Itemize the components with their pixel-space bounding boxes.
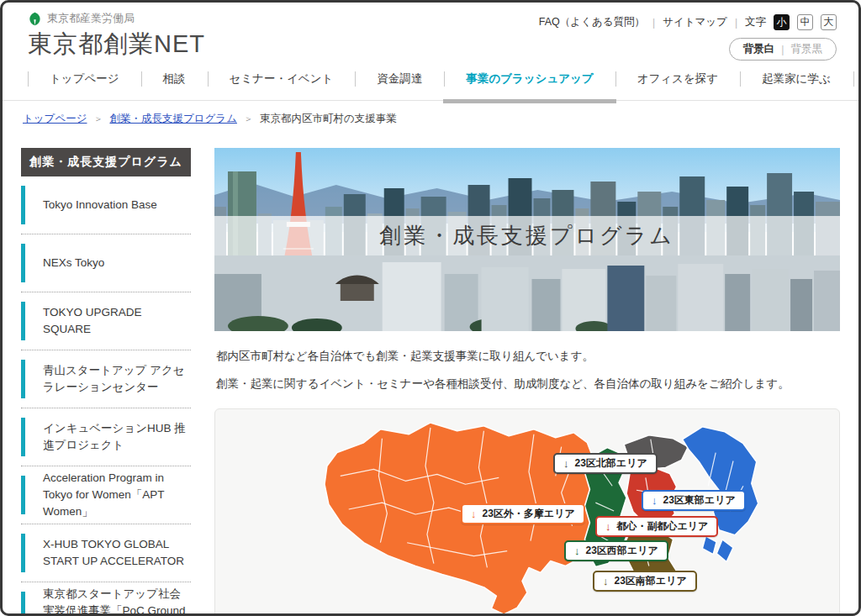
down-arrow-icon: ↓ — [563, 457, 569, 470]
nav-item-brushup-label: 事業のブラッシュアップ — [466, 72, 593, 85]
hero-title: 創業・成長支援プログラム — [379, 223, 673, 248]
site-logo[interactable]: 東京都産業労働局 東京都創業NET — [28, 11, 205, 61]
sidebar-item-incubation-hub[interactable]: インキュベーションHUB 推進プロジェクト — [21, 408, 191, 466]
agency-row: 東京都産業労働局 — [28, 11, 205, 26]
nav-item-seminar[interactable]: セミナー・イベント — [208, 66, 356, 92]
sidebar-item-x-hub-tokyo[interactable]: X-HUB TOKYO GLOBAL START UP ACCELERATOR — [21, 524, 191, 582]
down-arrow-icon: ↓ — [574, 545, 580, 557]
font-size-small-button[interactable]: 小 — [774, 14, 790, 30]
down-arrow-icon: ↓ — [603, 575, 609, 587]
sidebar-item-tokyo-innovation-base[interactable]: Tokyo Innovation Base — [21, 176, 191, 234]
sidebar-item-apt-women[interactable]: Acceleration Program in Tokyo for Women「… — [21, 466, 191, 524]
background-toggle: 背景白 | 背景黒 — [729, 38, 837, 61]
sidebar-item-tokyo-upgrade-square[interactable]: TOKYO UPGRADE SQUARE — [21, 292, 191, 350]
breadcrumb-link-top[interactable]: トップページ — [23, 112, 87, 126]
main-column: 創業・成長支援プログラム — [214, 148, 840, 616]
map-label-east[interactable]: ↓ 23区東部エリア — [642, 490, 746, 511]
global-nav-list: トップページ 相談 セミナー・イベント 資金調達 事業のブラッシュアップ オフィ… — [3, 66, 858, 101]
sidebar-list: Tokyo Innovation Base NEXs Tokyo TOKYO U… — [21, 176, 191, 616]
content-area: 創業・成長支援プログラム Tokyo Innovation Base NEXs … — [3, 148, 858, 616]
sidebar-item-aoyama-accelerator[interactable]: 青山スタートアップ アクセラレーションセンター — [21, 350, 191, 408]
browser-frame: 東京都産業労働局 東京都創業NET FAQ（よくある質問） | サイトマップ |… — [0, 0, 861, 616]
global-nav: トップページ 相談 セミナー・イベント 資金調達 事業のブラッシュアップ オフィ… — [3, 66, 858, 101]
intro-line-1: 都内区市町村など各自治体でも創業・起業支援事業に取り組んでいます。 — [216, 346, 838, 366]
site-title[interactable]: 東京都創業NET — [28, 28, 205, 61]
map-label-north[interactable]: ↓ 23区北部エリア — [553, 453, 658, 474]
map-label-text: 23区北部エリア — [575, 456, 647, 471]
font-size-large-button[interactable]: 大 — [821, 14, 837, 30]
sidebar-item-nexs-tokyo[interactable]: NEXs Tokyo — [21, 234, 191, 292]
breadcrumb-separator: ＞ — [93, 113, 103, 125]
nav-item-funding[interactable]: 資金調達 — [355, 66, 444, 92]
map-region-east-island1[interactable] — [702, 535, 716, 554]
nav-item-brushup-active[interactable]: 事業のブラッシュアップ — [444, 66, 615, 92]
utility-separator: | — [652, 17, 655, 29]
font-size-medium-button[interactable]: 中 — [797, 14, 813, 30]
hero-image: 創業・成長支援プログラム — [214, 148, 840, 331]
sidebar-item-poc-ground-tokyo[interactable]: 東京都スタートアップ社会実装促進事業「PoC Ground Tokyo」 — [21, 582, 191, 616]
background-white-button[interactable]: 背景白 — [743, 42, 775, 56]
map-region-east-island2[interactable] — [716, 539, 733, 561]
sidebar-item-label: NEXs Tokyo — [43, 255, 108, 271]
down-arrow-icon: ↓ — [605, 520, 611, 533]
toggle-separator: | — [781, 44, 784, 55]
hero-skyline-illustration: 創業・成長支援プログラム — [214, 148, 840, 331]
sidebar-item-label: Acceleration Program in Tokyo for Women「… — [43, 470, 191, 521]
map-label-south[interactable]: ↓ 23区南部エリア — [593, 571, 697, 592]
sidebar-item-label: インキュベーションHUB 推進プロジェクト — [43, 420, 191, 455]
map-label-text: 23区南部エリア — [615, 574, 687, 588]
agency-name: 東京都産業労働局 — [47, 11, 135, 26]
intro-text: 都内区市町村など各自治体でも創業・起業支援事業に取り組んでいます。 創業・起業に… — [216, 346, 838, 395]
tokyo-area-map: ↓ 23区北部エリア ↓ 23区東部エリア ↓ 23区外・多摩エリア ↓ 都心・… — [214, 408, 840, 616]
faq-link[interactable]: FAQ（よくある質問） — [539, 15, 645, 29]
sidebar-title: 創業・成長支援プログラム — [21, 148, 191, 176]
sidebar-item-label: 東京都スタートアップ社会実装促進事業「PoC Ground Tokyo」 — [43, 586, 191, 616]
utility-separator: | — [735, 17, 737, 29]
intro-line-2: 創業・起業に関するイベント・セミナーや各種相談受付、助成制度など、各自治体の取り… — [216, 374, 838, 394]
down-arrow-icon: ↓ — [471, 508, 477, 520]
breadcrumb-current: 東京都内区市町村の支援事業 — [260, 112, 397, 126]
header-utilities: FAQ（よくある質問） | サイトマップ | 文字 小 中 大 背景白 | 背景… — [539, 14, 837, 61]
nav-item-consult[interactable]: 相談 — [141, 66, 208, 92]
foreground-city — [214, 255, 840, 331]
map-label-text: 23区東部エリア — [663, 493, 736, 508]
sidebar-item-label: Tokyo Innovation Base — [43, 197, 161, 213]
breadcrumb: トップページ ＞ 創業・成長支援プログラム ＞ 東京都内区市町村の支援事業 — [3, 101, 858, 126]
breadcrumb-separator: ＞ — [244, 113, 253, 125]
sidebar-item-label: TOKYO UPGRADE SQUARE — [43, 304, 191, 339]
nav-item-top[interactable]: トップページ — [28, 66, 141, 92]
map-label-text: 23区西部エリア — [586, 544, 658, 558]
active-tab-underline — [443, 99, 615, 103]
sidebar-item-label: 青山スタートアップ アクセラレーションセンター — [43, 362, 191, 397]
sidebar: 創業・成長支援プログラム Tokyo Innovation Base NEXs … — [21, 148, 191, 616]
sidebar-item-label: X-HUB TOKYO GLOBAL START UP ACCELERATOR — [43, 536, 191, 571]
nav-item-office[interactable]: オフィスを探す — [615, 66, 740, 92]
map-label-text: 都心・副都心エリア — [617, 519, 709, 534]
map-label-west[interactable]: ↓ 23区西部エリア — [564, 540, 668, 561]
down-arrow-icon: ↓ — [652, 494, 658, 507]
map-label-tama[interactable]: ↓ 23区外・多摩エリア — [461, 503, 585, 524]
breadcrumb-link-program[interactable]: 創業・成長支援プログラム — [109, 112, 236, 126]
map-label-text: 23区外・多摩エリア — [483, 507, 575, 521]
sitemap-link[interactable]: サイトマップ — [663, 15, 727, 29]
site-header: 東京都産業労働局 東京都創業NET FAQ（よくある質問） | サイトマップ |… — [3, 3, 858, 65]
tokyo-metropolitan-leaf-icon — [28, 12, 42, 26]
background-black-button[interactable]: 背景黒 — [791, 42, 823, 56]
font-size-label: 文字 — [745, 15, 766, 29]
map-label-center[interactable]: ↓ 都心・副都心エリア — [595, 516, 718, 537]
nav-item-entrepreneurs[interactable]: 起業家に学ぶ — [740, 66, 853, 92]
utility-links-row: FAQ（よくある質問） | サイトマップ | 文字 小 中 大 — [539, 14, 837, 30]
